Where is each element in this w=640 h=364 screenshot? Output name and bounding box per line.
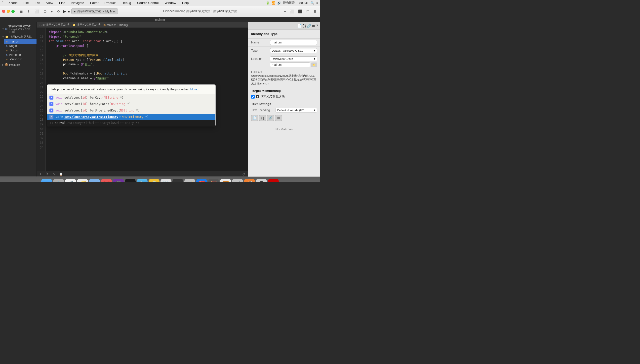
navigator-toggle[interactable]: ☰ [18,8,24,14]
name-input[interactable] [270,40,317,45]
nav-prev-btn[interactable]: ‹ [39,24,40,26]
target-checkbox[interactable] [251,95,255,98]
layout-button1[interactable]: ⬜ [288,8,296,14]
breadcrumb-part1[interactable]: 演示KVC常见方法 [46,23,70,27]
close-button[interactable] [2,10,5,13]
menubar-edit[interactable]: Edit [34,0,41,5]
autocomplete-item-3[interactable]: M void setValue:(id) forUndefinedKey:(NS… [47,107,215,114]
menubar-window[interactable]: Window [164,0,177,5]
sidebar-group-header[interactable]: ▼ 📁 演示KVC常见方法 [0,34,37,39]
menubar-view[interactable]: View [45,0,54,5]
autocomplete-item-2[interactable]: M void setValue:(id) forKeyPath:(NSStrin… [47,101,215,107]
editor-wrapper: ‹ › ⊞ 演示KVC常见方法 › 📁 演示KVC常见方法 › m main.m… [37,22,248,176]
text-encoding-select[interactable]: Default - Unicode (UTF-8) ▾ [276,108,317,112]
panel-toggle-1[interactable]: 📄 [297,24,302,28]
list-icon[interactable]: ≡ [316,1,318,5]
dock-vlc[interactable]: 🎬 [244,179,255,182]
code-editor[interactable]: 9 10 11 12 13 14 15 16 17 18 19 20 21 22… [37,28,248,171]
menubar-help[interactable]: Help [181,0,190,5]
dock-onenote[interactable]: 📓 [113,179,124,182]
add-file-btn[interactable]: + [39,172,43,176]
products-icon: 📦 [5,63,8,66]
dock-terminal[interactable]: ⌨️ [125,179,136,182]
browse-button[interactable]: 📁 [311,62,317,67]
panel-toggle-4[interactable]: ⊞ [312,24,315,28]
scheme-selector[interactable]: ◼ 演示KVC常见方法 › My Mac [71,8,118,14]
target-name: 演示KVC常见方法 [261,94,285,99]
ts-icon-link[interactable]: 🔗 [267,115,274,121]
warning-btn[interactable]: ⚠ [52,172,56,176]
sidebar-project-header[interactable]: ▼ ⊞ 演示KVC常见方法 1 target, OS X SDK 10.10 [0,23,37,34]
breadcrumb-part2[interactable]: 演示KVC常见方法 [77,23,101,27]
products-header[interactable]: ▶ 📦 Products [0,62,37,67]
dock-sketch[interactable]: 💎 [149,179,160,182]
minimize-button[interactable] [7,10,10,13]
dock-finder[interactable]: 🐾 [41,179,52,182]
dock-calc[interactable]: 🧮 [208,179,219,182]
menubar-file[interactable]: File [23,0,30,5]
maximize-button[interactable] [12,10,15,13]
nav-next-btn[interactable]: › [41,24,42,26]
layout-button3[interactable]: ⬚ [305,8,311,14]
layout-button4[interactable]: ⊞ [312,8,318,14]
breakpoints-toggle[interactable]: ⬡ [42,8,48,14]
menubar-find[interactable]: Find [58,0,66,5]
ac-item-text-3: void setValue:(id) forUndefinedKey:(NSSt… [56,109,140,112]
path-input[interactable] [270,62,310,67]
text-settings-icons: 📄 { } 🔗 ⊞ [248,114,320,122]
autocomplete-item-1[interactable]: M void setValue:(id) forKey:(NSString *) [47,94,215,101]
sidebar-file-dog-h[interactable]: h Dog.h [4,44,37,48]
ts-icon-doc[interactable]: 📄 [251,115,258,121]
panel-help[interactable]: ? [316,24,318,28]
run-button[interactable]: ▶ [63,9,66,14]
dock-cdsnote[interactable]: C [268,179,279,182]
dock-iphone-sim[interactable]: 📱 [256,179,267,182]
apple-menu[interactable]:  [2,1,4,5]
dock-music[interactable]: 🎵 [65,179,76,182]
location-select[interactable]: Relative to Group ▾ [270,56,317,61]
autocomplete-more-link[interactable]: More... [190,88,200,91]
inspector-toggle[interactable]: ⬜ [33,8,41,14]
dock-scissors[interactable]: ✂️ [101,179,112,182]
menubar-editor[interactable]: Editor [89,0,100,5]
bookmarks-toggle[interactable]: ♦ [50,8,54,14]
products-arrow: ▶ [2,64,4,66]
history-toggle[interactable]: ⟳ [56,8,62,14]
search-icon[interactable]: 🔍 [311,1,314,5]
ln-14: 14 [37,53,46,58]
menubar-navigate[interactable]: Navigate [70,0,85,5]
layout-button2[interactable]: ⬛ [297,8,304,14]
dock-more[interactable]: 🎸 [184,179,195,182]
sidebar-file-person-m[interactable]: m Person.m [4,57,37,62]
panel-toggle-3[interactable]: 🔗 [307,24,311,28]
menubar-product[interactable]: Product [104,0,117,5]
panel-toggle-2[interactable]: { } [303,24,306,28]
dock-screenrecord[interactable]: 📹 [232,179,243,182]
menubar-debug[interactable]: Debug [121,0,132,5]
breadcrumb-part4[interactable]: main() [119,23,128,27]
add-button[interactable]: + [282,8,287,14]
dock-safari[interactable]: 🧭 [77,179,88,182]
autocomplete-item-4[interactable]: M void setValuesForKeysWithDictionary:(N… [47,114,215,120]
share-btn[interactable]: ◷ [242,172,246,176]
type-select[interactable]: Default - Objective-C So... ▾ [270,48,317,53]
sidebar-file-main-m[interactable]: m main.m [4,39,37,44]
dock-system-prefs[interactable]: ⚙️ [53,179,64,182]
dock-finder2[interactable]: 📁 [89,179,100,182]
sidebar-file-person-h[interactable]: h Person.h [4,53,37,57]
dock-appstore[interactable]: 🅰️ [196,179,207,182]
ts-icon-grid[interactable]: ⊞ [275,115,282,121]
filter-btn[interactable]: ⏱ [45,172,50,176]
issues-btn[interactable]: 📋 [58,172,64,176]
dock-xcode[interactable]: 🔧 [137,179,148,182]
ts-icon-bracket[interactable]: { } [259,115,266,121]
dock-github[interactable]: 🐙 [172,179,183,182]
sidebar-file-dog-m[interactable]: m Dog.m [4,48,37,53]
menubar-xcode[interactable]: Xcode [8,0,19,5]
dock-filezilla[interactable]: 📡 [161,179,171,182]
stop-button[interactable]: ■ [68,10,70,14]
debug-toggle[interactable]: ⬇ [26,8,32,14]
dock-preview[interactable]: 🖼️ [220,179,231,182]
menubar-source-control[interactable]: Source Control [136,0,160,5]
breadcrumb-part3[interactable]: main.m [107,23,116,27]
